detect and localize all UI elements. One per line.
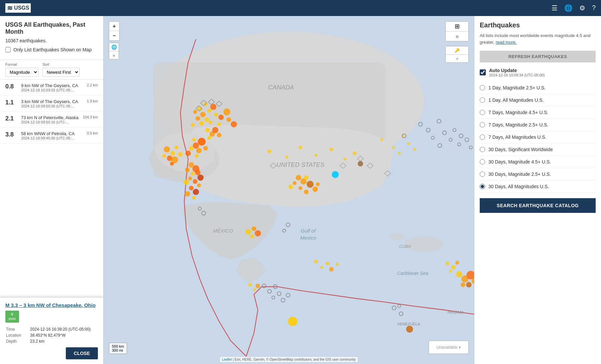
help-icon[interactable]: ? bbox=[592, 4, 596, 12]
radio-input[interactable] bbox=[480, 159, 485, 164]
svg-point-36 bbox=[231, 121, 237, 127]
svg-point-46 bbox=[192, 138, 196, 142]
auto-update-checkbox[interactable] bbox=[480, 69, 486, 75]
svg-point-52 bbox=[185, 167, 190, 172]
zoom-in-button[interactable]: + bbox=[109, 22, 119, 31]
layer-options-button[interactable]: ⬦ bbox=[446, 32, 468, 41]
btn-v[interactable]: VDYFI bbox=[5, 311, 19, 323]
svg-point-91 bbox=[392, 146, 395, 149]
svg-point-70 bbox=[285, 155, 288, 158]
radio-input[interactable] bbox=[480, 110, 485, 115]
zoom-out-button[interactable]: − bbox=[109, 31, 119, 40]
svg-point-95 bbox=[398, 152, 401, 155]
unavailable-chevron: ▾ bbox=[459, 345, 461, 350]
projection-options-button[interactable]: ⬦ bbox=[109, 51, 119, 59]
only-on-map-row[interactable]: Only List Earthquakes Shown on Map bbox=[5, 47, 98, 53]
svg-point-106 bbox=[256, 284, 260, 288]
auto-update-row: Auto Update 2024-12-18 10:09:34 (UTC-05:… bbox=[480, 68, 596, 77]
depth-label: Depth bbox=[6, 339, 29, 344]
key-button[interactable]: 🔑 bbox=[446, 46, 468, 55]
radio-input[interactable] bbox=[480, 134, 485, 140]
svg-point-75 bbox=[353, 151, 357, 155]
svg-point-97 bbox=[332, 171, 339, 178]
only-on-map-checkbox[interactable] bbox=[5, 47, 11, 52]
eq-magnitude: 3.8 bbox=[5, 131, 17, 138]
scale-mi: 300 mi bbox=[112, 348, 124, 352]
radio-item[interactable]: 30 Days, Significant Worldwide bbox=[480, 143, 596, 156]
svg-point-66 bbox=[207, 136, 211, 140]
menu-icon[interactable]: ☰ bbox=[552, 4, 558, 12]
globe-projection-button[interactable]: 🌐 bbox=[109, 43, 119, 51]
format-select[interactable]: Magnitude Depth Age bbox=[5, 68, 38, 77]
eq-time: 2024-12-18 10:03:03 (UTC-05:... bbox=[21, 88, 83, 92]
svg-point-54 bbox=[195, 170, 200, 175]
radio-input[interactable] bbox=[480, 85, 485, 90]
svg-point-102 bbox=[329, 267, 334, 272]
radio-item[interactable]: 7 Days, All Magnitudes U.S. bbox=[480, 131, 596, 143]
close-button[interactable]: CLOSE bbox=[66, 347, 98, 359]
svg-point-57 bbox=[193, 179, 197, 184]
format-label: Format bbox=[5, 62, 38, 66]
svg-point-68 bbox=[217, 133, 221, 137]
eq-list-item[interactable]: 0.8 9 km NW of The Geysers, CA 2024-12-1… bbox=[0, 80, 103, 96]
svg-point-61 bbox=[193, 189, 199, 195]
radio-item[interactable]: 1 Day, Magnitude 2.5+ U.S. bbox=[480, 82, 596, 94]
radio-input[interactable] bbox=[480, 97, 485, 103]
globe-icon[interactable]: 🌐 bbox=[564, 4, 573, 12]
svg-point-32 bbox=[209, 120, 213, 124]
radio-item[interactable]: 30 Days, Magnitude 2.5+ U.S. bbox=[480, 168, 596, 180]
radio-item[interactable]: 7 Days, Magnitude 2.5+ U.S. bbox=[480, 119, 596, 131]
svg-point-150 bbox=[406, 326, 413, 333]
svg-point-25 bbox=[195, 116, 200, 121]
location-label: Location bbox=[6, 333, 29, 338]
svg-text:MÉXICO: MÉXICO bbox=[213, 228, 233, 234]
svg-point-100 bbox=[320, 266, 323, 269]
key-options-button[interactable]: ⬦ bbox=[446, 55, 468, 63]
eq-magnitude: 2.1 bbox=[5, 115, 17, 122]
svg-point-64 bbox=[205, 128, 210, 132]
radio-item[interactable]: 30 Days, All Magnitudes U.S. bbox=[480, 180, 596, 193]
svg-point-62 bbox=[185, 191, 190, 197]
search-catalog-button[interactable]: SEARCH EARTHQUAKE CATALOG bbox=[480, 198, 596, 213]
radio-input[interactable] bbox=[480, 147, 485, 152]
eq-location: 3 km NW of The Geysers, CA bbox=[21, 99, 83, 104]
refresh-button[interactable]: REFRESH EARTHQUAKES bbox=[480, 51, 596, 62]
eq-magnitude: 0.8 bbox=[5, 83, 17, 90]
svg-point-24 bbox=[207, 109, 211, 113]
radio-input[interactable] bbox=[480, 122, 485, 127]
radio-input[interactable] bbox=[480, 184, 485, 189]
eq-list-item[interactable]: 1.1 3 km NW of The Geysers, CA 2024-12-1… bbox=[0, 96, 103, 112]
radio-item[interactable]: 1 Day, All Magnitudes U.S. bbox=[480, 94, 596, 106]
eq-selected-title[interactable]: M 3.3 – 3 km NW of Chesapeake, Ohio bbox=[5, 302, 98, 308]
eq-time: 2024-12-18 09:45:00 (UTC-05:... bbox=[21, 136, 83, 140]
svg-text:COSTA RICA: COSTA RICA bbox=[262, 16, 285, 17]
svg-point-141 bbox=[456, 271, 462, 278]
svg-point-23 bbox=[200, 112, 205, 117]
svg-point-69 bbox=[268, 149, 272, 153]
settings-icon[interactable]: ⚙ bbox=[579, 4, 585, 12]
leaflet-link[interactable]: Leaflet bbox=[222, 358, 232, 361]
svg-point-104 bbox=[248, 283, 252, 287]
radio-item[interactable]: 7 Days, Magnitude 4.5+ U.S. bbox=[480, 106, 596, 119]
map-svg: Gulf of Mexico CANADA UNITED STATES MÉXI… bbox=[104, 16, 474, 364]
svg-point-19 bbox=[178, 152, 183, 157]
map-container[interactable]: Gulf of Mexico CANADA UNITED STATES MÉXI… bbox=[104, 16, 474, 364]
sort-select[interactable]: Newest First Oldest First Largest First bbox=[42, 68, 80, 77]
eq-details: Time 2024-12-16 16:39:20 (UTC-05:00) Loc… bbox=[5, 326, 98, 345]
scale-km: 500 km bbox=[112, 344, 124, 348]
eq-list-item[interactable]: 3.8 58 km WNW of Petrolia, CA 2024-12-18… bbox=[0, 128, 103, 144]
unavailable-control[interactable]: Unavailable ▾ bbox=[429, 341, 469, 354]
eq-time: 2024-12-18 09:50:16 (UTC-... bbox=[21, 120, 79, 124]
radio-input[interactable] bbox=[480, 171, 485, 177]
radio-item[interactable]: 30 Days, Magnitude 4.5+ U.S. bbox=[480, 156, 596, 168]
read-more-link[interactable]: read more. bbox=[496, 40, 517, 45]
svg-point-90 bbox=[380, 138, 383, 141]
layer-toggle-button[interactable]: ⊞ bbox=[446, 22, 468, 32]
radio-list: 1 Day, Magnitude 2.5+ U.S. 1 Day, All Ma… bbox=[480, 82, 596, 193]
svg-point-84 bbox=[316, 182, 320, 186]
usgs-logo[interactable]: ≋ USGS bbox=[5, 3, 31, 13]
eq-list-item[interactable]: 2.1 73 km N of Petersville, Alaska 2024-… bbox=[0, 112, 103, 128]
svg-point-111 bbox=[246, 229, 251, 235]
svg-text:CANADA: CANADA bbox=[268, 84, 294, 91]
svg-point-71 bbox=[298, 145, 302, 149]
